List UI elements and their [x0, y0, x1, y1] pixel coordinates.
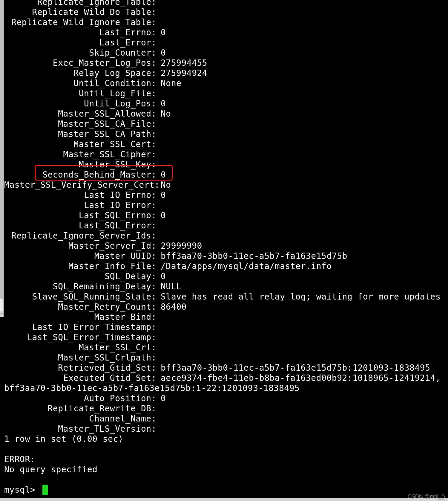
status-label: Retrieved_Gtid_Set: — [4, 363, 157, 373]
status-row-31: Master_Bind: — [4, 312, 448, 322]
status-label: Seconds_Behind_Master: — [4, 170, 157, 180]
status-row-32: Last_IO_Error_Timestamp: — [4, 322, 448, 332]
blank-1 — [4, 444, 448, 454]
status-label: Master_SSL_Verify_Server_Cert: — [4, 180, 157, 190]
status-label: Until_Condition: — [4, 78, 157, 88]
status-row-16: Master_SSL_Key: — [4, 160, 448, 170]
scrollbar[interactable]: ▾ — [0, 0, 4, 317]
status-label: Last_Errno: — [4, 28, 157, 38]
status-label: Channel_Name: — [4, 414, 157, 424]
status-row-28: SQL_Remaining_Delay:NULL — [4, 282, 448, 292]
status-row-27: SQL_Delay:0 — [4, 271, 448, 282]
status-row-8: Until_Condition:None — [4, 78, 448, 88]
status-label: Last_IO_Error: — [4, 200, 157, 210]
status-row-6: Exec_Master_Log_Pos:275994455 — [4, 58, 448, 68]
status-row-17: Seconds_Behind_Master:0 — [4, 170, 448, 180]
blank-2 — [4, 475, 448, 485]
status-value: 0 — [157, 210, 166, 221]
status-value: 0 — [157, 170, 166, 180]
status-row-22: Last_SQL_Error: — [4, 221, 448, 231]
status-row-3: Last_Errno:0 — [4, 28, 448, 38]
status-row-13: Master_SSL_CA_Path: — [4, 129, 448, 139]
status-label: Last_IO_Error_Timestamp: — [4, 322, 157, 332]
status-row-7: Relay_Log_Space:275994924 — [4, 68, 448, 78]
error-line-1: ERROR: — [4, 454, 448, 465]
status-row-9: Until_Log_File: — [4, 88, 448, 99]
status-row-after-0: Auto_Position:0 — [4, 393, 448, 404]
status-row-26: Master_Info_File:/Data/apps/mysql/data/m… — [4, 261, 448, 271]
status-row-20: Last_IO_Error: — [4, 200, 448, 210]
status-label: Master_SSL_Allowed: — [4, 109, 157, 119]
status-value: 0 — [157, 99, 166, 109]
status-row-after-1: Replicate_Rewrite_DB: — [4, 404, 448, 414]
status-row-after-3: Master_TLS_Version: — [4, 424, 448, 434]
status-label: SQL_Remaining_Delay: — [4, 282, 157, 292]
status-label: Master_Retry_Count: — [4, 302, 157, 312]
status-row-30: Master_Retry_Count:86400 — [4, 302, 448, 312]
status-label: Relay_Log_Space: — [4, 68, 157, 78]
status-row-34: Master_SSL_Crl: — [4, 343, 448, 353]
error-line-2: No query specified — [4, 465, 448, 475]
status-label: Last_Error: — [4, 38, 157, 48]
status-value: 275994455 — [157, 58, 207, 68]
scroll-down-button[interactable]: ▾ — [0, 311, 4, 317]
status-value: bff3aa70-3bb0-11ec-a5b7-fa163e15d75b — [157, 251, 347, 261]
status-value: Slave has read all relay log; waiting fo… — [157, 292, 441, 302]
status-row-11: Master_SSL_Allowed:No — [4, 109, 448, 119]
status-row-12: Master_SSL_CA_File: — [4, 119, 448, 129]
status-row-33: Last_SQL_Error_Timestamp: — [4, 332, 448, 343]
scrollbar-thumb[interactable] — [0, 0, 3, 299]
status-row-1: Replicate_Wild_Do_Table: — [4, 7, 448, 17]
status-row-4: Last_Error: — [4, 38, 448, 48]
status-value: NULL — [157, 282, 181, 292]
status-value: 0 — [157, 271, 166, 282]
status-label: Master_Server_Id: — [4, 241, 157, 251]
status-label: Last_IO_Errno: — [4, 190, 157, 200]
terminal[interactable]: ▾ Replicate_Ignore_Table:Replicate_Wild_… — [0, 0, 448, 498]
status-label: Master_SSL_Crlpath: — [4, 353, 157, 363]
cursor-icon — [42, 485, 48, 495]
status-label: Last_SQL_Error: — [4, 221, 157, 231]
prompt: mysql> — [4, 485, 41, 495]
status-value: No — [157, 180, 171, 190]
status-row-5: Skip_Counter:0 — [4, 48, 448, 58]
status-label: Until_Log_File: — [4, 88, 157, 99]
status-label: Master_UUID: — [4, 251, 157, 261]
status-row-21: Last_SQL_Errno:0 — [4, 210, 448, 221]
status-row-10: Until_Log_Pos:0 — [4, 99, 448, 109]
status-row-2: Replicate_Wild_Ignore_Table: — [4, 17, 448, 28]
result-line: 1 row in set (0.00 sec) — [4, 434, 448, 444]
status-value: 0 — [157, 28, 166, 38]
executed-gtid-continuation: bff3aa70-3bb0-11ec-a5b7-fa163e15d75b:1-2… — [4, 383, 448, 393]
status-value: 275994924 — [157, 68, 207, 78]
status-row-23: Replicate_Ignore_Server_Ids: — [4, 231, 448, 241]
terminal-output: Replicate_Ignore_Table:Replicate_Wild_Do… — [4, 0, 448, 495]
status-value: No — [157, 109, 171, 119]
status-label: Replicate_Wild_Do_Table: — [4, 7, 157, 17]
status-row-36: Retrieved_Gtid_Set:bff3aa70-3bb0-11ec-a5… — [4, 363, 448, 373]
bottom-bar — [0, 498, 448, 501]
prompt-line[interactable]: mysql> — [4, 485, 448, 495]
status-label: Skip_Counter: — [4, 48, 157, 58]
status-row-24: Master_Server_Id:29999990 — [4, 241, 448, 251]
status-label: Master_SSL_Cipher: — [4, 149, 157, 160]
status-value: 0 — [157, 190, 166, 200]
status-label: Replicate_Wild_Ignore_Table: — [4, 17, 157, 28]
status-row-29: Slave_SQL_Running_State:Slave has read a… — [4, 292, 448, 302]
status-label: Last_SQL_Error_Timestamp: — [4, 332, 157, 343]
status-label: Replicate_Ignore_Server_Ids: — [4, 231, 157, 241]
status-label: Master_SSL_CA_Path: — [4, 129, 157, 139]
status-label: Master_Info_File: — [4, 261, 157, 271]
status-label: Master_SSL_Cert: — [4, 139, 157, 149]
watermark: CSDN @mhi_() — [408, 494, 445, 500]
status-row-18: Master_SSL_Verify_Server_Cert:No — [4, 180, 448, 190]
status-label: Replicate_Ignore_Table: — [4, 0, 157, 7]
status-label: Slave_SQL_Running_State: — [4, 292, 157, 302]
status-value: 0 — [157, 393, 166, 404]
status-value: 0 — [157, 48, 166, 58]
status-row-35: Master_SSL_Crlpath: — [4, 353, 448, 363]
status-label: Master_TLS_Version: — [4, 424, 157, 434]
status-label: Auto_Position: — [4, 393, 157, 404]
status-value: 29999990 — [157, 241, 202, 251]
status-value: aece9374-fbe4-11eb-b8ba-fa163ed00b92:101… — [157, 373, 441, 383]
